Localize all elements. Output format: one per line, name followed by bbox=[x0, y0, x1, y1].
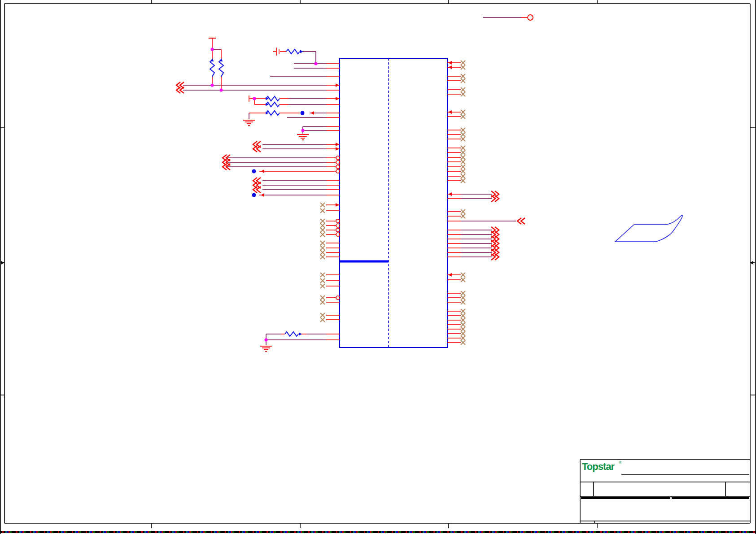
bottom-dashed-strip bbox=[0, 531, 756, 533]
schematic-canvas: Topstar ® bbox=[0, 0, 756, 534]
registered-mark-icon: ® bbox=[619, 460, 622, 465]
noerc-x-markers bbox=[320, 61, 465, 345]
ic-component-block[interactable] bbox=[340, 58, 447, 347]
schematic-wires[interactable] bbox=[183, 17, 527, 345]
topstar-logo: Topstar bbox=[582, 461, 615, 472]
sheet-frame bbox=[0, 0, 756, 534]
flag-swoosh-shape[interactable] bbox=[615, 215, 682, 242]
title-block: Topstar ® bbox=[580, 460, 750, 523]
schematic-sheet: Topstar ® bbox=[0, 0, 756, 534]
